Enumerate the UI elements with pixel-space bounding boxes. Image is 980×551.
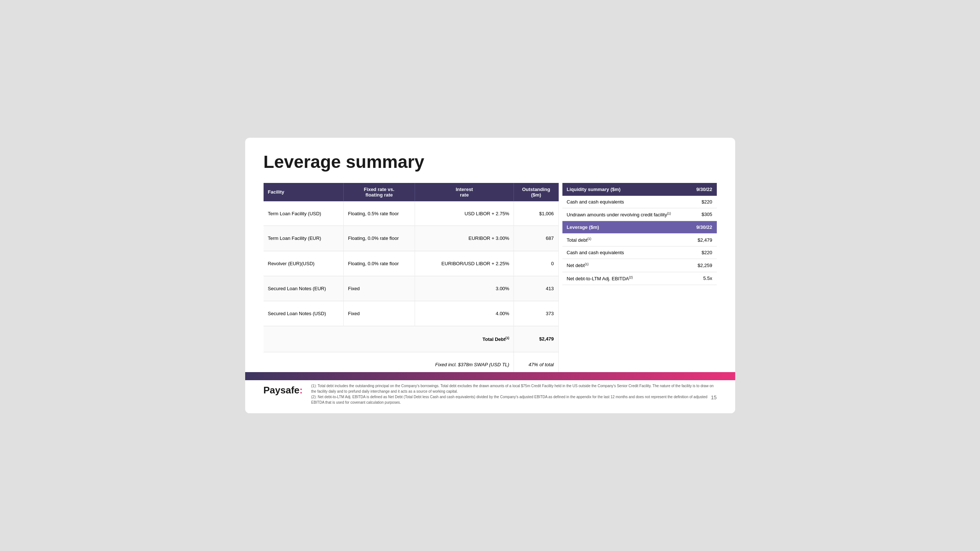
interest-rate-cell: USD LIBOR + 2.75% <box>415 201 514 226</box>
table-row: Net debt(1) $2,259 <box>562 259 717 272</box>
slide: Leverage summary Facility Fixed rate vs.… <box>245 138 735 413</box>
footer: Paysafe: (1): Total debt includes the ou… <box>245 380 735 413</box>
facility-cell: Term Loan Facility (USD) <box>264 201 344 226</box>
fixed-rate-cell: Fixed <box>343 301 415 326</box>
interest-rate-cell: EURIBOR/USD LIBOR + 2.25% <box>415 251 514 276</box>
col-fixed-rate-header: Fixed rate vs.floating rate <box>343 183 415 201</box>
interest-rate-cell: EURIBOR + 3.00% <box>415 226 514 251</box>
table-row: Undrawn amounts under revolving credit f… <box>562 208 717 221</box>
total-label-cell: Total Debt(1) <box>415 326 514 352</box>
outstanding-cell: 0 <box>514 251 558 276</box>
table-row: Revolver (EUR)(USD) Floating, 0.0% rate … <box>264 251 559 276</box>
leverage-label: Net debt(1) <box>562 259 689 272</box>
fixed-rate-cell: Floating, 0.0% rate floor <box>343 226 415 251</box>
page-number: 15 <box>711 394 717 400</box>
interest-rate-cell: 4.00% <box>415 301 514 326</box>
table-row: Cash and cash equivalents $220 <box>562 246 717 259</box>
liquidity-header: Liquidity summary ($m) <box>562 183 689 196</box>
fixed-rate-cell: Floating, 0.0% rate floor <box>343 251 415 276</box>
right-table: Liquidity summary ($m) 9/30/22 Cash and … <box>562 183 717 285</box>
page-title: Leverage summary <box>264 152 717 172</box>
fixed-rate-cell: Floating, 0.5% rate floor <box>343 201 415 226</box>
table-row: Net debt-to-LTM Adj. EBITDA(2) 5.5x <box>562 272 717 285</box>
table-row: Secured Loan Notes (EUR) Fixed 3.00% 413 <box>264 276 559 301</box>
table-row: Secured Loan Notes (USD) Fixed 4.00% 373 <box>264 301 559 326</box>
leverage-header-date: 9/30/22 <box>689 221 717 233</box>
leverage-label: Total debt(1) <box>562 233 689 246</box>
facility-cell: Secured Loan Notes (EUR) <box>264 276 344 301</box>
col-outstanding-header: Outstanding($m) <box>514 183 558 201</box>
leverage-value: $2,479 <box>689 233 717 246</box>
interest-rate-cell: 3.00% <box>415 276 514 301</box>
footnote-1: (1): Total debt includes the outstanding… <box>311 383 717 394</box>
liquidity-date-header: 9/30/22 <box>689 183 717 196</box>
leverage-value: $220 <box>689 246 717 259</box>
footer-notes: (1): Total debt includes the outstanding… <box>311 383 717 405</box>
table-row: Total debt(1) $2,479 <box>562 233 717 246</box>
liquidity-value: $305 <box>689 208 717 221</box>
outstanding-cell: $1,006 <box>514 201 558 226</box>
col-facility-header: Facility <box>264 183 344 201</box>
leverage-label: Cash and cash equivalents <box>562 246 689 259</box>
footnote-2: (2): Net debt-to-LTM Adj. EBITDA is defi… <box>311 394 717 405</box>
outstanding-cell: 687 <box>514 226 558 251</box>
outstanding-cell: 413 <box>514 276 558 301</box>
leverage-header-label: Leverage ($m) <box>562 221 689 233</box>
liquidity-label: Undrawn amounts under revolving credit f… <box>562 208 689 221</box>
facility-cell: Secured Loan Notes (USD) <box>264 301 344 326</box>
fixed-rate-cell: Fixed <box>343 276 415 301</box>
total-debt-row: Total Debt(1) $2,479 <box>264 326 559 352</box>
table-row: Cash and cash equivalents $220 <box>562 196 717 208</box>
outstanding-cell: 373 <box>514 301 558 326</box>
total-empty <box>264 326 415 352</box>
facility-cell: Term Loan Facility (EUR) <box>264 226 344 251</box>
liquidity-value: $220 <box>689 196 717 208</box>
logo-dot: : <box>299 384 303 395</box>
total-value-cell: $2,479 <box>514 326 558 352</box>
col-interest-rate-header: Interestrate <box>415 183 514 201</box>
bottom-gradient-bar <box>245 372 735 380</box>
paysafe-logo: Paysafe: <box>264 384 304 396</box>
table-row: Term Loan Facility (EUR) Floating, 0.0% … <box>264 226 559 251</box>
leverage-label: Net debt-to-LTM Adj. EBITDA(2) <box>562 272 689 285</box>
table-row: Term Loan Facility (USD) Floating, 0.5% … <box>264 201 559 226</box>
facility-cell: Revolver (EUR)(USD) <box>264 251 344 276</box>
liquidity-label: Cash and cash equivalents <box>562 196 689 208</box>
leverage-value: $2,259 <box>689 259 717 272</box>
leverage-value: 5.5x <box>689 272 717 285</box>
leverage-header-row: Leverage ($m) 9/30/22 <box>562 221 717 233</box>
